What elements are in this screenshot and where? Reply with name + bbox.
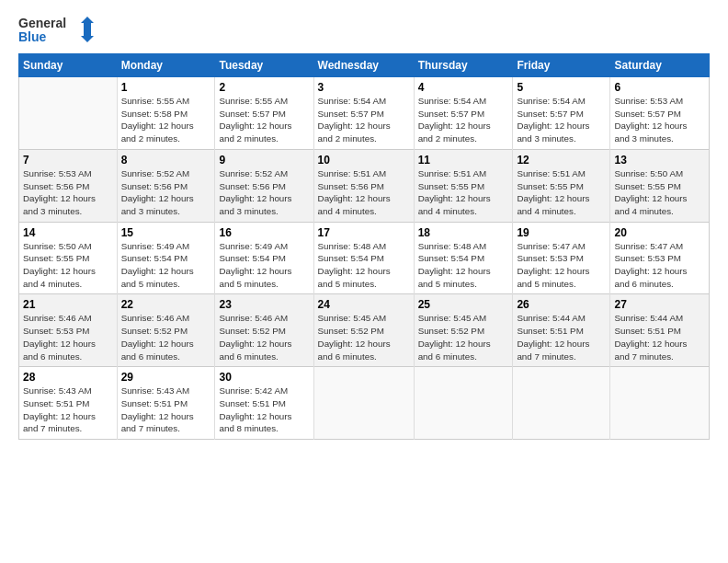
calendar-cell: 19Sunrise: 5:47 AM Sunset: 5:53 PM Dayli…	[513, 222, 610, 294]
day-number: 18	[418, 226, 509, 239]
day-number: 23	[219, 298, 309, 311]
calendar-cell: 29Sunrise: 5:43 AM Sunset: 5:51 PM Dayli…	[117, 367, 215, 440]
day-info: Sunrise: 5:55 AM Sunset: 5:58 PM Dayligh…	[121, 95, 211, 145]
day-info: Sunrise: 5:53 AM Sunset: 5:56 PM Dayligh…	[23, 167, 113, 218]
day-number: 9	[219, 154, 309, 167]
day-number: 6	[614, 81, 705, 94]
calendar-cell: 13Sunrise: 5:50 AM Sunset: 5:55 PM Dayli…	[610, 149, 710, 222]
day-number: 19	[517, 226, 606, 239]
day-info: Sunrise: 5:55 AM Sunset: 5:57 PM Dayligh…	[219, 95, 309, 145]
weekday-header-wednesday: Wednesday	[313, 54, 414, 77]
day-info: Sunrise: 5:50 AM Sunset: 5:55 PM Dayligh…	[23, 240, 113, 291]
weekday-header-row: SundayMondayTuesdayWednesdayThursdayFrid…	[19, 54, 710, 77]
calendar-cell: 15Sunrise: 5:49 AM Sunset: 5:54 PM Dayli…	[117, 222, 215, 294]
weekday-header-friday: Friday	[513, 54, 610, 77]
calendar-cell: 5Sunrise: 5:54 AM Sunset: 5:57 PM Daylig…	[513, 77, 610, 150]
day-info: Sunrise: 5:44 AM Sunset: 5:51 PM Dayligh…	[517, 312, 606, 362]
day-info: Sunrise: 5:52 AM Sunset: 5:56 PM Dayligh…	[121, 167, 211, 218]
calendar-cell: 6Sunrise: 5:53 AM Sunset: 5:57 PM Daylig…	[610, 77, 710, 150]
day-number: 29	[121, 371, 211, 384]
day-info: Sunrise: 5:45 AM Sunset: 5:52 PM Dayligh…	[318, 312, 410, 362]
day-number: 3	[318, 81, 410, 94]
day-number: 2	[219, 81, 309, 94]
calendar-cell: 24Sunrise: 5:45 AM Sunset: 5:52 PM Dayli…	[313, 294, 414, 367]
svg-text:General: General	[18, 16, 66, 30]
calendar-cell: 16Sunrise: 5:49 AM Sunset: 5:54 PM Dayli…	[215, 222, 313, 294]
day-info: Sunrise: 5:43 AM Sunset: 5:51 PM Dayligh…	[23, 385, 113, 435]
calendar-cell: 30Sunrise: 5:42 AM Sunset: 5:51 PM Dayli…	[215, 367, 313, 440]
calendar-cell: 25Sunrise: 5:45 AM Sunset: 5:52 PM Dayli…	[414, 294, 513, 367]
logo: General Blue	[18, 15, 101, 44]
day-info: Sunrise: 5:54 AM Sunset: 5:57 PM Dayligh…	[318, 95, 410, 145]
calendar-cell: 22Sunrise: 5:46 AM Sunset: 5:52 PM Dayli…	[117, 294, 215, 367]
day-number: 8	[121, 154, 211, 167]
logo-svg: General Blue	[18, 15, 101, 44]
week-row-4: 28Sunrise: 5:43 AM Sunset: 5:51 PM Dayli…	[19, 367, 710, 440]
calendar-cell: 8Sunrise: 5:52 AM Sunset: 5:56 PM Daylig…	[117, 149, 215, 222]
calendar-cell: 2Sunrise: 5:55 AM Sunset: 5:57 PM Daylig…	[215, 77, 313, 150]
day-info: Sunrise: 5:49 AM Sunset: 5:54 PM Dayligh…	[121, 240, 211, 291]
day-number: 16	[219, 226, 309, 239]
day-info: Sunrise: 5:45 AM Sunset: 5:52 PM Dayligh…	[418, 312, 509, 362]
calendar-cell: 23Sunrise: 5:46 AM Sunset: 5:52 PM Dayli…	[215, 294, 313, 367]
day-number: 24	[318, 298, 410, 311]
calendar-cell	[19, 77, 118, 150]
week-row-2: 14Sunrise: 5:50 AM Sunset: 5:55 PM Dayli…	[19, 222, 710, 294]
day-number: 13	[614, 154, 705, 167]
day-number: 4	[418, 81, 509, 94]
day-info: Sunrise: 5:51 AM Sunset: 5:56 PM Dayligh…	[318, 167, 410, 218]
calendar-cell	[313, 367, 414, 440]
day-info: Sunrise: 5:51 AM Sunset: 5:55 PM Dayligh…	[517, 167, 606, 218]
calendar-cell: 1Sunrise: 5:55 AM Sunset: 5:58 PM Daylig…	[117, 77, 215, 150]
calendar-cell: 7Sunrise: 5:53 AM Sunset: 5:56 PM Daylig…	[19, 149, 118, 222]
day-info: Sunrise: 5:48 AM Sunset: 5:54 PM Dayligh…	[318, 240, 410, 291]
calendar-cell	[513, 367, 610, 440]
day-number: 17	[318, 226, 410, 239]
day-info: Sunrise: 5:46 AM Sunset: 5:53 PM Dayligh…	[23, 312, 113, 362]
day-info: Sunrise: 5:47 AM Sunset: 5:53 PM Dayligh…	[614, 240, 705, 291]
day-info: Sunrise: 5:42 AM Sunset: 5:51 PM Dayligh…	[219, 385, 309, 435]
header: General Blue	[18, 15, 710, 44]
day-number: 28	[23, 371, 113, 384]
calendar-cell: 20Sunrise: 5:47 AM Sunset: 5:53 PM Dayli…	[610, 222, 710, 294]
logo-container: General Blue	[18, 15, 101, 44]
calendar-cell: 18Sunrise: 5:48 AM Sunset: 5:54 PM Dayli…	[414, 222, 513, 294]
day-number: 11	[418, 154, 509, 167]
day-info: Sunrise: 5:46 AM Sunset: 5:52 PM Dayligh…	[219, 312, 309, 362]
day-info: Sunrise: 5:53 AM Sunset: 5:57 PM Dayligh…	[614, 95, 705, 145]
day-number: 21	[23, 298, 113, 311]
calendar-cell: 21Sunrise: 5:46 AM Sunset: 5:53 PM Dayli…	[19, 294, 118, 367]
week-row-0: 1Sunrise: 5:55 AM Sunset: 5:58 PM Daylig…	[19, 77, 710, 150]
calendar-cell: 12Sunrise: 5:51 AM Sunset: 5:55 PM Dayli…	[513, 149, 610, 222]
calendar-cell: 4Sunrise: 5:54 AM Sunset: 5:57 PM Daylig…	[414, 77, 513, 150]
day-number: 1	[121, 81, 211, 94]
day-number: 27	[614, 298, 705, 311]
calendar-cell	[610, 367, 710, 440]
day-info: Sunrise: 5:50 AM Sunset: 5:55 PM Dayligh…	[614, 167, 705, 218]
weekday-header-tuesday: Tuesday	[215, 54, 313, 77]
day-info: Sunrise: 5:46 AM Sunset: 5:52 PM Dayligh…	[121, 312, 211, 362]
calendar-cell: 26Sunrise: 5:44 AM Sunset: 5:51 PM Dayli…	[513, 294, 610, 367]
day-info: Sunrise: 5:49 AM Sunset: 5:54 PM Dayligh…	[219, 240, 309, 291]
day-info: Sunrise: 5:52 AM Sunset: 5:56 PM Dayligh…	[219, 167, 309, 218]
day-number: 5	[517, 81, 606, 94]
week-row-3: 21Sunrise: 5:46 AM Sunset: 5:53 PM Dayli…	[19, 294, 710, 367]
weekday-header-monday: Monday	[117, 54, 215, 77]
day-info: Sunrise: 5:43 AM Sunset: 5:51 PM Dayligh…	[121, 385, 211, 435]
day-number: 12	[517, 154, 606, 167]
svg-text:Blue: Blue	[18, 29, 47, 44]
day-info: Sunrise: 5:44 AM Sunset: 5:51 PM Dayligh…	[614, 312, 705, 362]
weekday-header-thursday: Thursday	[414, 54, 513, 77]
day-number: 25	[418, 298, 509, 311]
week-row-1: 7Sunrise: 5:53 AM Sunset: 5:56 PM Daylig…	[19, 149, 710, 222]
weekday-header-sunday: Sunday	[19, 54, 118, 77]
day-info: Sunrise: 5:51 AM Sunset: 5:55 PM Dayligh…	[418, 167, 509, 218]
day-info: Sunrise: 5:47 AM Sunset: 5:53 PM Dayligh…	[517, 240, 606, 291]
calendar-table: SundayMondayTuesdayWednesdayThursdayFrid…	[18, 53, 710, 440]
day-info: Sunrise: 5:54 AM Sunset: 5:57 PM Dayligh…	[418, 95, 509, 145]
calendar-cell	[414, 367, 513, 440]
day-info: Sunrise: 5:48 AM Sunset: 5:54 PM Dayligh…	[418, 240, 509, 291]
day-number: 15	[121, 226, 211, 239]
calendar-cell: 10Sunrise: 5:51 AM Sunset: 5:56 PM Dayli…	[313, 149, 414, 222]
svg-marker-2	[81, 17, 94, 42]
